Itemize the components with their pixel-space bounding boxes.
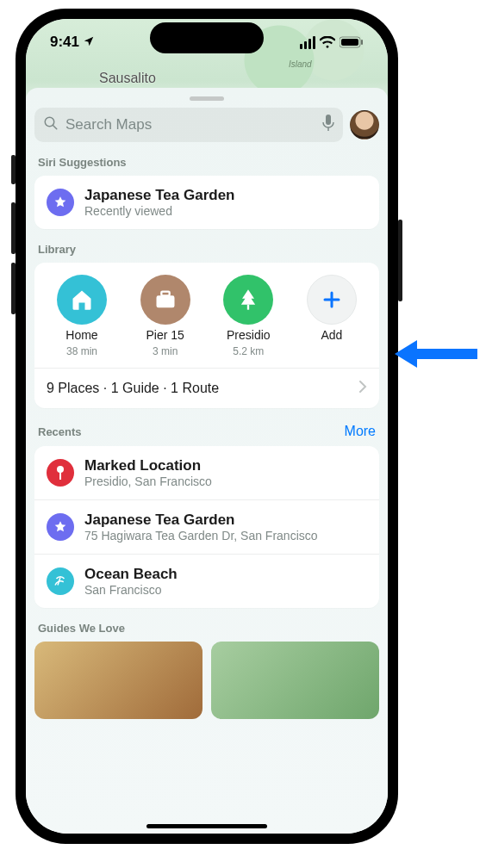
svg-rect-13 [59, 472, 61, 480]
beach-icon [47, 567, 74, 595]
favorite-sub: 38 min [66, 345, 97, 357]
favorite-sub: 5.2 km [233, 345, 264, 357]
guides-tiles [34, 642, 379, 719]
tree-icon [223, 275, 273, 325]
recent-item[interactable]: Japanese Tea Garden 75 Hagiwara Tea Gard… [34, 499, 379, 554]
screen: Sausalito Island 9:41 [26, 19, 388, 834]
section-header-recents: Recents [38, 425, 82, 438]
favorite-label: Add [321, 328, 343, 342]
star-icon [47, 189, 74, 216]
location-services-icon [83, 35, 95, 50]
dynamic-island [150, 22, 264, 53]
suggestion-title: Japanese Tea Garden [84, 187, 367, 204]
recents-card: Marked Location Presidio, San Francisco … [34, 446, 379, 608]
library-summary-text: 9 Places · 1 Guide · 1 Route [47, 381, 219, 396]
svg-point-12 [57, 466, 64, 473]
status-time: 9:41 [50, 34, 79, 51]
battery-icon [340, 36, 364, 48]
guide-tile[interactable] [34, 642, 202, 719]
home-icon [57, 275, 107, 325]
section-header-siri: Siri Suggestions [38, 156, 376, 169]
svg-rect-5 [326, 115, 331, 125]
svg-rect-9 [247, 305, 249, 310]
favorite-label: Pier 15 [146, 328, 184, 342]
section-header-library: Library [38, 243, 376, 256]
library-card: Home 38 min Pier 15 3 min [34, 263, 379, 408]
plus-icon [307, 275, 357, 325]
favorite-pier15[interactable]: Pier 15 3 min [127, 275, 204, 357]
search-sheet: Siri Suggestions Japanese Tea Garden Rec… [26, 88, 388, 834]
wifi-icon [320, 36, 335, 48]
briefcase-icon [140, 275, 190, 325]
library-summary-row[interactable]: 9 Places · 1 Guide · 1 Route [34, 368, 379, 408]
recent-title: Marked Location [84, 457, 367, 474]
svg-rect-2 [361, 40, 363, 45]
favorite-sub: 3 min [153, 345, 178, 357]
svg-rect-1 [341, 39, 358, 46]
favorite-label: Home [65, 328, 97, 342]
favorite-label: Presidio [227, 328, 271, 342]
favorites-strip: Home 38 min Pier 15 3 min [34, 263, 379, 368]
star-icon [47, 513, 74, 541]
recent-subtitle: 75 Hagiwara Tea Garden Dr, San Francisco [84, 529, 367, 542]
dictation-icon[interactable] [322, 115, 334, 135]
suggestion-subtitle: Recently viewed [84, 204, 367, 218]
recent-title: Ocean Beach [84, 566, 367, 583]
sheet-grabber[interactable] [190, 96, 224, 101]
phone-frame: Sausalito Island 9:41 [16, 9, 398, 844]
siri-suggestions-card: Japanese Tea Garden Recently viewed [34, 176, 379, 229]
favorite-add[interactable]: Add [293, 275, 371, 357]
annotation-arrow [395, 340, 477, 368]
search-icon [43, 115, 59, 134]
chevron-right-icon [358, 381, 367, 396]
recent-item[interactable]: Marked Location Presidio, San Francisco [34, 446, 379, 499]
cellular-signal-icon [300, 36, 315, 49]
map-label-island: Island [289, 60, 312, 69]
svg-rect-8 [161, 292, 169, 296]
recent-title: Japanese Tea Garden [84, 512, 367, 529]
section-header-guides: Guides We Love [38, 622, 376, 635]
profile-avatar[interactable] [350, 110, 379, 140]
svg-line-4 [53, 125, 57, 129]
favorite-presidio[interactable]: Presidio 5.2 km [209, 275, 287, 357]
search-field[interactable] [34, 108, 343, 142]
recents-more-link[interactable]: More [345, 424, 376, 439]
recent-item[interactable]: Ocean Beach San Francisco [34, 554, 379, 608]
guide-tile[interactable] [211, 642, 379, 719]
svg-rect-7 [156, 295, 174, 307]
favorite-home[interactable]: Home 38 min [43, 275, 121, 357]
recent-subtitle: Presidio, San Francisco [84, 474, 367, 488]
siri-suggestion-item[interactable]: Japanese Tea Garden Recently viewed [34, 176, 379, 229]
recent-subtitle: San Francisco [84, 583, 367, 597]
search-input[interactable] [65, 116, 315, 133]
map-label-sausalito: Sausalito [99, 71, 156, 86]
home-indicator[interactable] [146, 824, 267, 828]
pin-icon [47, 459, 74, 487]
